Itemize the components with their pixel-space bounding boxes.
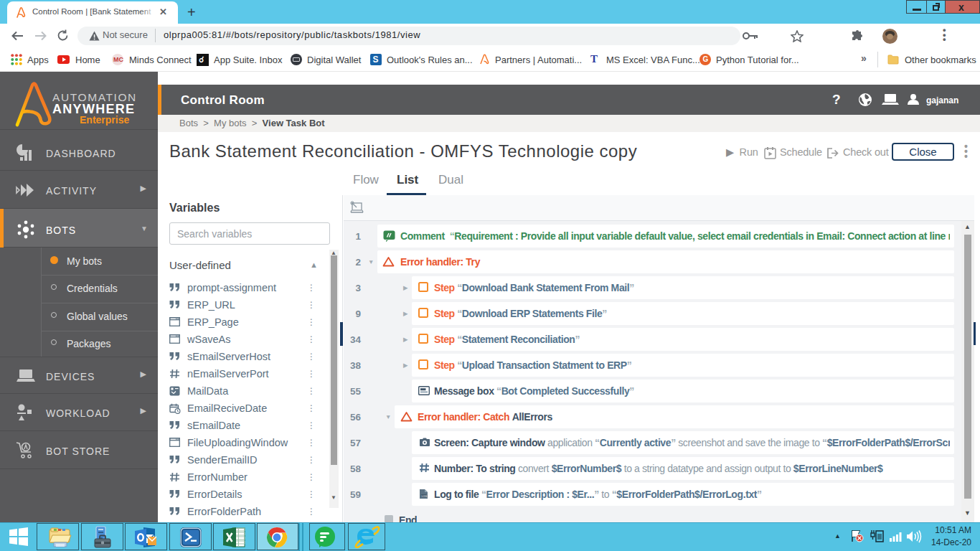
svg-text:LOG: LOG <box>421 495 427 498</box>
svg-text:Enterprise: Enterprise <box>80 114 129 126</box>
